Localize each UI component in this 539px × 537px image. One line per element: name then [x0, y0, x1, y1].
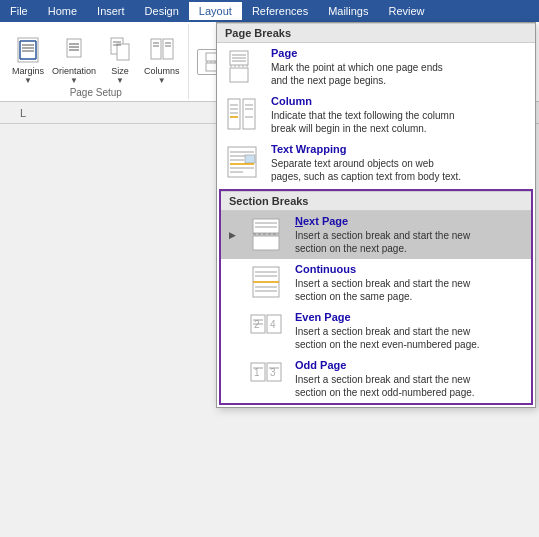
tab-references[interactable]: References — [242, 2, 318, 20]
svg-text:2: 2 — [254, 319, 260, 330]
page-breaks-header: Page Breaks — [217, 23, 535, 43]
continuous-text: Continuous Insert a section break and st… — [295, 263, 523, 303]
page-break-title: Page — [271, 47, 527, 59]
text-wrapping-desc: Separate text around objects on webpages… — [271, 157, 527, 183]
svg-rect-16 — [151, 39, 161, 59]
text-wrapping-text: Text Wrapping Separate text around objec… — [271, 143, 527, 183]
tab-layout[interactable]: Layout — [189, 2, 242, 20]
ruler-marker: L — [20, 107, 26, 119]
page-break-icon — [225, 49, 261, 85]
tab-insert[interactable]: Insert — [87, 2, 135, 20]
next-page-desc: Insert a section break and start the new… — [295, 229, 523, 255]
section-breaks-box: Section Breaks ▶ Next Page — [219, 189, 533, 405]
menu-item-continuous[interactable]: Continuous Insert a section break and st… — [221, 259, 531, 307]
orientation-button[interactable]: Orientation ▼ — [50, 32, 98, 87]
svg-rect-31 — [228, 99, 240, 129]
page-setup-section: Margins ▼ Orientation ▼ — [4, 24, 189, 99]
next-page-arrow: ▶ — [229, 230, 236, 240]
column-break-title: Column — [271, 95, 527, 107]
continuous-title: Continuous — [295, 263, 523, 275]
size-button[interactable]: Size ▼ — [102, 32, 138, 87]
menu-item-column[interactable]: Column Indicate that the text following … — [217, 91, 535, 139]
columns-button[interactable]: Columns ▼ — [142, 32, 182, 87]
svg-rect-32 — [243, 99, 255, 129]
text-wrapping-title: Text Wrapping — [271, 143, 527, 155]
even-page-text: Even Page Insert a section break and sta… — [295, 311, 523, 351]
breaks-dropdown: Page Breaks Page Mark the point at which… — [216, 22, 536, 408]
column-break-icon — [225, 97, 261, 133]
menu-item-even-page[interactable]: 2 4 Even Page Insert a section break and… — [221, 307, 531, 355]
continuous-desc: Insert a section break and start the new… — [295, 277, 523, 303]
tab-file[interactable]: File — [0, 2, 38, 20]
next-page-text: Next Page Insert a section break and sta… — [295, 215, 523, 255]
column-break-text: Column Indicate that the text following … — [271, 95, 527, 135]
ribbon-content: Margins ▼ Orientation ▼ — [0, 22, 539, 102]
even-page-title: Even Page — [295, 311, 523, 323]
odd-page-title: Odd Page — [295, 359, 523, 371]
svg-rect-50 — [253, 236, 279, 250]
menu-item-next-page[interactable]: ▶ Next Page Insert a section break and s… — [221, 211, 531, 259]
page-break-text: Page Mark the point at which one page en… — [271, 47, 527, 87]
tab-design[interactable]: Design — [135, 2, 189, 20]
svg-rect-17 — [163, 39, 173, 59]
margins-button[interactable]: Margins ▼ — [10, 32, 46, 87]
section-breaks-header: Section Breaks — [221, 191, 531, 211]
menu-item-text-wrapping[interactable]: Text Wrapping Separate text around objec… — [217, 139, 535, 187]
ribbon-tabs: File Home Insert Design Layout Reference… — [0, 0, 539, 22]
svg-rect-13 — [117, 44, 129, 60]
tab-mailings[interactable]: Mailings — [318, 2, 378, 20]
odd-page-text: Odd Page Insert a section break and star… — [295, 359, 523, 399]
odd-page-desc: Insert a section break and start the new… — [295, 373, 523, 399]
svg-text:1: 1 — [254, 367, 260, 378]
svg-rect-48 — [253, 219, 279, 233]
svg-text:4: 4 — [270, 319, 276, 330]
page-setup-label: Page Setup — [70, 87, 122, 98]
tab-review[interactable]: Review — [379, 2, 435, 20]
even-page-desc: Insert a section break and start the new… — [295, 325, 523, 351]
odd-page-icon: 1 3 — [249, 361, 285, 397]
page-break-desc: Mark the point at which one page endsand… — [271, 61, 527, 87]
svg-text:3: 3 — [270, 367, 276, 378]
svg-rect-43 — [245, 155, 255, 163]
column-break-desc: Indicate that the text following the col… — [271, 109, 527, 135]
next-page-icon — [249, 217, 285, 253]
text-wrapping-icon — [225, 145, 261, 181]
even-page-icon: 2 4 — [249, 313, 285, 349]
next-page-title: Next Page — [295, 215, 523, 227]
continuous-icon — [249, 265, 285, 301]
tab-home[interactable]: Home — [38, 2, 87, 20]
svg-rect-8 — [67, 39, 81, 57]
menu-item-odd-page[interactable]: 1 3 Odd Page Insert a section break and … — [221, 355, 531, 403]
menu-item-page[interactable]: Page Mark the point at which one page en… — [217, 43, 535, 91]
svg-rect-27 — [230, 68, 248, 82]
